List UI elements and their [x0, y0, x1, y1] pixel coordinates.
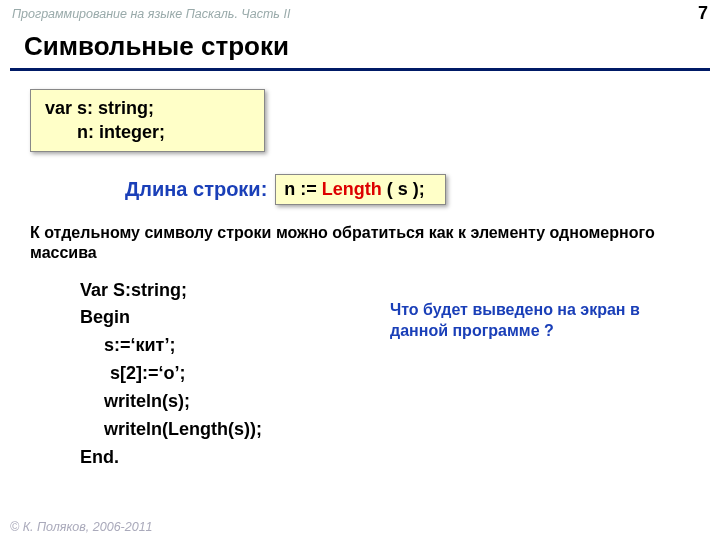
header-bar: Программирование на языке Паскаль. Часть…	[0, 0, 720, 27]
page-number: 7	[698, 3, 708, 24]
decl-line-2: n: integer;	[45, 120, 250, 144]
explanation-text: К отдельному символу строки можно обрати…	[30, 223, 690, 263]
question-text: Что будет выведено на экран в данной про…	[390, 300, 690, 342]
course-title: Программирование на языке Паскаль. Часть…	[12, 7, 290, 21]
length-func: Length	[322, 179, 382, 199]
prog-line-6: writeln(Length(s));	[80, 416, 720, 444]
length-code-prefix: n :=	[284, 179, 322, 199]
prog-line-7: End.	[80, 444, 720, 472]
var-declaration-box: var s: string; n: integer;	[30, 89, 265, 152]
length-code-suffix: ( s );	[382, 179, 425, 199]
decl-line-1: var s: string;	[45, 96, 250, 120]
slide-title: Символьные строки	[10, 27, 710, 71]
length-row: Длина строки: n := Length ( s );	[0, 174, 720, 205]
length-label: Длина строки:	[125, 178, 267, 201]
prog-line-4: s[2]:=‘о’;	[80, 360, 720, 388]
length-code-box: n := Length ( s );	[275, 174, 446, 205]
footer-copyright: © К. Поляков, 2006-2011	[10, 520, 153, 534]
prog-line-5: writeln(s);	[80, 388, 720, 416]
